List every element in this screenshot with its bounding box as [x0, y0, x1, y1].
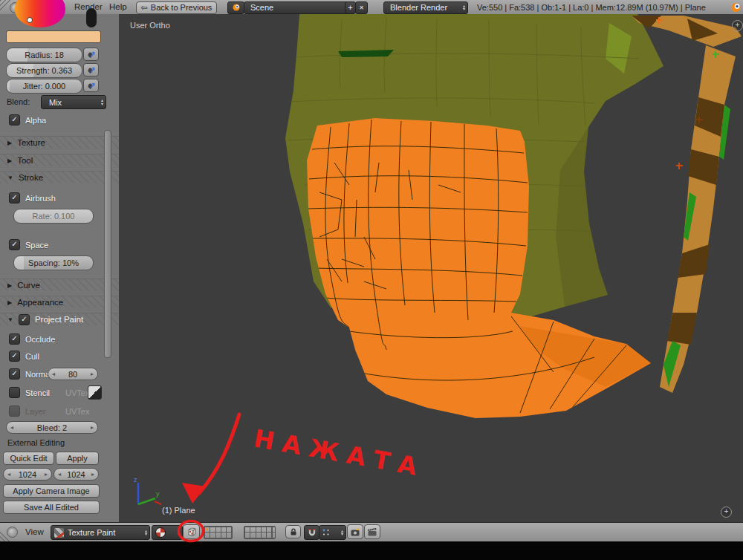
cull-checkbox[interactable]: ✓ Cull [9, 351, 39, 362]
scene-datablock-field[interactable]: Scene [244, 1, 351, 14]
info-header: File Add Render Help ⇦ Back to Previous … [0, 0, 743, 15]
blend-label: Blend: [7, 97, 30, 106]
toolshelf-scrollbar[interactable] [104, 130, 111, 358]
quick-edit-button[interactable]: Quick Edit [3, 452, 54, 465]
magnet-icon [308, 528, 317, 537]
viewport-shading-dropdown[interactable]: ▴▾ [152, 525, 183, 540]
texture-paint-mode-icon [54, 528, 64, 538]
layers-grid-left[interactable] [204, 526, 233, 539]
stepper-left-icon: ◂ [52, 371, 55, 377]
spacing-slider[interactable]: Spacing: 10% [13, 255, 94, 270]
dropdown-arrows-icon: ▴▾ [143, 530, 149, 536]
apply-camera-image-button[interactable]: Apply Camera Image [3, 484, 100, 498]
strength-slider[interactable]: Strength: 0.363 [6, 63, 82, 78]
texture-panel-label: Texture [17, 138, 45, 147]
external-editing-label: External Editing [7, 438, 65, 447]
panel-closed-icon: ▶ [7, 140, 12, 146]
appearance-panel-header[interactable]: ▶ Appearance [0, 296, 119, 308]
layers-grid-right[interactable] [244, 526, 276, 539]
pressure-icon [86, 50, 96, 59]
expand-properties-region-button[interactable]: + [732, 20, 743, 31]
airbrush-label: Airbrush [25, 194, 56, 203]
project-paint-label: Project Paint [35, 315, 83, 324]
render-engine-dropdown[interactable]: Blender Render ▴▾ [383, 1, 468, 14]
layer-label: Layer [25, 407, 46, 416]
dropdown-arrows-icon: ▴▾ [461, 4, 467, 11]
alpha-checkbox[interactable]: ✓ Alpha [9, 114, 46, 126]
apply-button[interactable]: Apply [56, 452, 99, 465]
image-height-stepper[interactable]: ◂ 1024 ▸ [53, 468, 99, 481]
render-opengl-button[interactable] [347, 524, 363, 539]
view-menu[interactable]: View [25, 527, 44, 536]
normal-angle-stepper[interactable]: ◂ 80 ▸ [48, 368, 98, 380]
curve-panel-label: Curve [17, 281, 40, 290]
project-paint-panel-header[interactable]: ▼ ✓ Project Paint [0, 313, 119, 325]
jitter-label: Jitter: 0.000 [7, 79, 82, 93]
stencil-checkbox[interactable]: ✓ Stencil [9, 387, 50, 398]
occlude-checkbox[interactable]: ✓ Occlude [9, 333, 55, 345]
save-all-edited-button[interactable]: Save All Edited [3, 501, 100, 514]
texture-panel-header[interactable]: ▶ Texture [0, 136, 119, 149]
stencil-uvtex-label: UVTex [65, 388, 89, 397]
checkbox-empty-icon: ✓ [9, 387, 20, 398]
scene-unlink-button[interactable]: ✕ [355, 1, 368, 14]
jitter-slider[interactable]: Jitter: 0.000 [6, 79, 82, 94]
image-width-stepper[interactable]: ◂ 1024 ▸ [3, 468, 52, 481]
editor-type-icon[interactable] [7, 527, 18, 538]
engine-name: Blender Render [390, 3, 447, 12]
occlude-label: Occlude [25, 335, 55, 344]
menu-help[interactable]: Help [109, 2, 127, 11]
pressure-icon [86, 81, 96, 91]
save-all-edited-label: Save All Edited [24, 503, 79, 512]
active-object-label: (1) Plane [162, 506, 195, 515]
axis-z-label: z [134, 476, 137, 484]
value-slider[interactable] [86, 8, 97, 27]
scene-stats: Ve:550 | Fa:538 | Ob:1-1 | La:0 | Mem:12… [477, 3, 706, 12]
spacing-label: Spacing: 10% [14, 256, 93, 270]
snap-element-dropdown[interactable]: ▴▾ [319, 525, 346, 540]
back-to-previous-button[interactable]: ⇦ Back to Previous [136, 1, 217, 14]
snap-toggle-button[interactable] [304, 525, 319, 540]
radius-slider[interactable]: Radius: 18 [6, 48, 82, 62]
expand-region-button[interactable]: + [721, 507, 732, 518]
bleed-stepper[interactable]: ◂ Bleed: 2 ▸ [6, 421, 98, 434]
jitter-pressure-toggle[interactable] [83, 79, 99, 92]
strength-pressure-toggle[interactable] [83, 63, 99, 76]
dropdown-arrows-icon: ▴▾ [99, 99, 106, 105]
curve-panel-header[interactable]: ▶ Curve [0, 279, 119, 291]
scene-add-button[interactable]: + [345, 1, 356, 14]
color-wheel-cursor[interactable] [27, 17, 33, 23]
panel-open-icon: ▼ [7, 316, 13, 323]
project-paint-checkbox[interactable]: ✓ [19, 314, 30, 325]
blend-value: Mix [49, 98, 62, 107]
blender-window: File Add Render Help ⇦ Back to Previous … [0, 0, 743, 560]
texture-paint-image-button[interactable] [183, 524, 200, 539]
layer-checkbox[interactable]: ✓ Layer [9, 406, 46, 417]
pressure-icon [86, 65, 96, 75]
space-checkbox[interactable]: ✓ Space [9, 239, 48, 250]
checkbox-empty-icon: ✓ [9, 406, 20, 417]
rate-slider[interactable]: Rate: 0.100 [13, 209, 94, 224]
render-opengl-anim-button[interactable] [364, 524, 380, 539]
blender-logo-icon [232, 3, 241, 12]
color-wheel[interactable] [15, 0, 65, 27]
airbrush-checkbox[interactable]: ✓ Airbrush [9, 192, 56, 204]
close-icon: ✕ [359, 4, 364, 11]
snap-increment-icon [322, 528, 331, 537]
blend-dropdown[interactable]: Mix ▴▾ [41, 95, 106, 109]
viewport-3d[interactable]: User Ortho (1) Plane z y + + [119, 14, 743, 522]
normal-checkbox[interactable]: ✓ Normal [9, 368, 51, 380]
lock-to-scene-button[interactable] [285, 525, 301, 538]
cull-label: Cull [25, 352, 39, 361]
stroke-panel-header[interactable]: ▼ Stroke [0, 171, 119, 183]
radius-pressure-toggle[interactable] [83, 48, 99, 61]
strength-label: Strength: 0.363 [7, 64, 82, 77]
stencil-texture-button[interactable] [88, 385, 102, 400]
image-height-value: 1024 [67, 470, 85, 479]
mode-dropdown[interactable]: Texture Paint ▴▾ [51, 525, 150, 540]
screen-layout-icon-button[interactable] [227, 1, 244, 14]
panel-closed-icon: ▶ [7, 299, 12, 306]
stepper-left-icon: ◂ [10, 424, 13, 431]
tool-panel-header[interactable]: ▶ Tool [0, 154, 119, 166]
brush-color-swatch[interactable] [6, 30, 101, 43]
